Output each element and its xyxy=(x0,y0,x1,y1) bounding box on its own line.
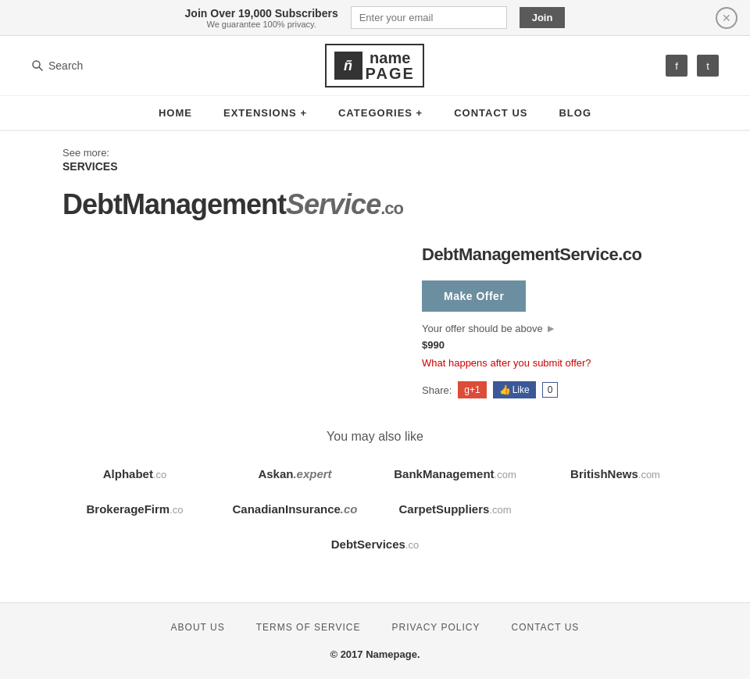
email-input[interactable] xyxy=(351,6,507,29)
close-button[interactable]: ✕ xyxy=(716,7,738,29)
top-banner: Join Over 19,000 Subscribers We guarante… xyxy=(0,0,750,36)
domain-bold: DebtManagement xyxy=(62,188,286,220)
list-item[interactable]: DebtServices.co xyxy=(287,533,464,555)
twitter-icon[interactable]: t xyxy=(697,55,719,77)
make-offer-button[interactable]: Make Offer xyxy=(422,280,526,312)
offer-arrow-icon: ▶ xyxy=(548,323,554,334)
list-item[interactable]: CanadianInsurance.co xyxy=(223,498,367,520)
footer-contact[interactable]: CONTACT US xyxy=(511,622,579,633)
nav-blog[interactable]: BLOG xyxy=(559,107,591,119)
list-item xyxy=(94,533,271,555)
join-button[interactable]: Join xyxy=(520,7,566,28)
logo[interactable]: ñ name PAGE xyxy=(325,44,424,88)
category-link[interactable]: SERVICES xyxy=(62,160,688,173)
list-item[interactable]: CarpetSuppliers.com xyxy=(383,498,527,520)
domain-logo: DebtManagementService.co xyxy=(62,188,688,221)
offer-min: $990 xyxy=(422,339,688,351)
svg-line-1 xyxy=(39,67,43,71)
footer-about[interactable]: ABOUT US xyxy=(171,622,225,633)
breadcrumb: See more: SERVICES xyxy=(0,131,750,180)
list-item[interactable]: BrokerageFirm.co xyxy=(62,498,207,520)
fb-like-label: Like xyxy=(512,384,530,395)
svg-point-0 xyxy=(33,61,40,68)
domain-title: DebtManagementService.co xyxy=(422,245,688,265)
domains-row3: DebtServices.co xyxy=(94,533,656,555)
footer-links: ABOUT US TERMS OF SERVICE PRIVACY POLICY… xyxy=(0,622,750,633)
share-label: Share: xyxy=(422,384,452,396)
see-more-label: See more: xyxy=(62,147,109,159)
list-item xyxy=(543,498,688,520)
gplus-label: g+1 xyxy=(464,384,480,395)
domains-row2: BrokerageFirm.co CanadianInsurance.co Ca… xyxy=(62,498,688,520)
footer-copyright: © 2017 Namepage. xyxy=(0,648,750,660)
offer-above-text: Your offer should be above xyxy=(422,323,543,334)
domain-italic: Service xyxy=(286,188,380,220)
also-like-title: You may also like xyxy=(62,430,688,444)
logo-name: name xyxy=(366,50,415,66)
nav-extensions[interactable]: EXTENSIONS + xyxy=(223,107,307,119)
brand-name: Namepage. xyxy=(366,648,420,660)
domains-row1: Alphabet.co Askan.expert BankManagement.… xyxy=(62,462,688,485)
main-content: DebtManagementService.co DebtManagementS… xyxy=(0,180,750,602)
content-row: DebtManagementService.co Make Offer Your… xyxy=(62,245,688,398)
fb-thumb-icon: 👍 xyxy=(499,384,511,395)
nav-categories[interactable]: CATEGORIES + xyxy=(338,107,423,119)
offer-info: Your offer should be above ▶ xyxy=(422,323,688,334)
footer: ABOUT US TERMS OF SERVICE PRIVACY POLICY… xyxy=(0,602,750,679)
copyright-year: © 2017 xyxy=(330,648,362,660)
logo-page: PAGE xyxy=(366,66,415,81)
facebook-icon[interactable]: f xyxy=(666,55,688,77)
search-label: Search xyxy=(48,59,83,72)
nav-contact[interactable]: CONTACT US xyxy=(454,107,527,119)
search-icon xyxy=(31,59,44,72)
fb-count: 0 xyxy=(542,382,559,398)
list-item[interactable]: Askan.expert xyxy=(223,462,367,485)
search-area[interactable]: Search xyxy=(31,59,83,72)
list-item xyxy=(479,533,656,555)
footer-privacy[interactable]: PRIVACY POLICY xyxy=(392,622,480,633)
footer-terms[interactable]: TERMS OF SERVICE xyxy=(256,622,361,633)
header: Search ñ name PAGE f t xyxy=(0,36,750,96)
domain-logo-text: DebtManagementService.co xyxy=(62,188,403,220)
banner-subtext: We guarantee 100% privacy. xyxy=(185,20,338,29)
right-col: DebtManagementService.co Make Offer Your… xyxy=(422,245,688,398)
banner-headline: Join Over 19,000 Subscribers xyxy=(185,7,338,20)
banner-text: Join Over 19,000 Subscribers We guarante… xyxy=(185,7,338,29)
fb-like-button[interactable]: 👍 Like xyxy=(493,381,536,398)
logo-icon: ñ xyxy=(334,52,362,80)
social-icons: f t xyxy=(666,55,719,77)
share-row: Share: g+1 👍 Like 0 xyxy=(422,381,688,398)
gplus-button[interactable]: g+1 xyxy=(458,381,486,398)
nav: HOME EXTENSIONS + CATEGORIES + CONTACT U… xyxy=(0,96,750,131)
list-item[interactable]: BankManagement.com xyxy=(383,462,527,485)
list-item[interactable]: Alphabet.co xyxy=(62,462,207,485)
nav-home[interactable]: HOME xyxy=(159,107,192,119)
offer-faq-link[interactable]: What happens after you submit offer? xyxy=(422,357,688,369)
domain-tld: .co xyxy=(380,198,403,218)
also-like-section: You may also like Alphabet.co Askan.expe… xyxy=(62,430,688,555)
list-item[interactable]: BritishNews.com xyxy=(543,462,688,485)
